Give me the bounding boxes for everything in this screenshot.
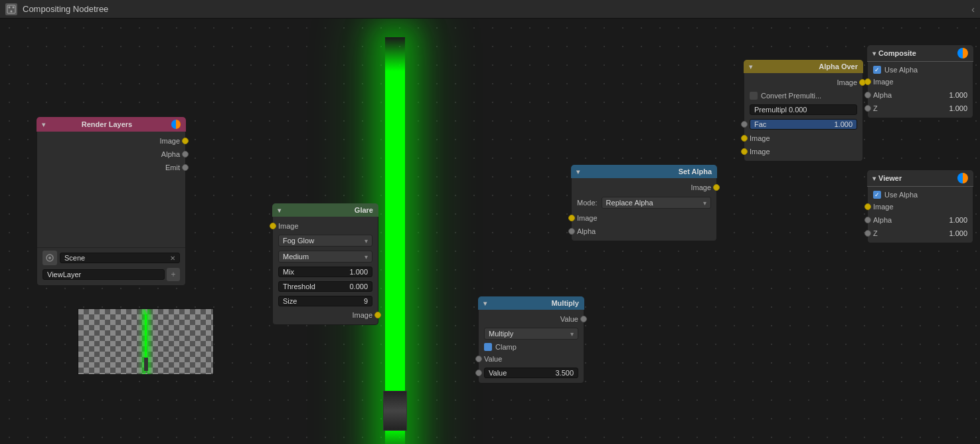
emit-label: Emit	[165, 164, 180, 171]
composite-use-alpha-row: ✓ Use Alpha	[868, 64, 973, 75]
app-icon	[5, 3, 17, 15]
scene-icon	[42, 251, 57, 265]
composite-body: ✓ Use Alpha Image Alpha 1.000 Z 1.000	[867, 62, 973, 118]
viewlayer-field[interactable]: ViewLayer	[42, 269, 165, 280]
glare-type-value: Fog Glow	[283, 237, 314, 245]
render-layers-alpha-output: Alpha	[37, 148, 185, 161]
composite-alpha-lbl: Alpha	[873, 91, 892, 99]
alpha-over-header[interactable]: ▾ Alpha Over	[744, 60, 863, 73]
image-socket-out[interactable]	[182, 138, 189, 144]
render-preview	[78, 308, 214, 375]
viewer-z-socket[interactable]	[864, 230, 871, 237]
multiply-val2-field[interactable]: Value 3.500	[484, 368, 578, 378]
clamp-checkbox[interactable]	[484, 343, 492, 351]
glare-mix-value: 1.000	[349, 268, 368, 276]
set-alpha-image-input: Image	[572, 211, 716, 225]
multiply-header[interactable]: ▾ Multiply	[478, 296, 584, 310]
composite-image-label: Image	[873, 78, 894, 86]
multiply-val2-row: Value 3.500	[479, 366, 584, 380]
mul-val2-socket[interactable]	[475, 370, 482, 376]
viewer-z-lbl: Z	[873, 229, 878, 237]
glare-body: Image Fog Glow ▾ Medium ▾ Mix 1.000	[272, 217, 378, 325]
glare-size-field[interactable]: Size 9	[278, 296, 372, 306]
glare-mix-field[interactable]: Mix 1.000	[278, 267, 372, 277]
set-alpha-header[interactable]: ▾ Set Alpha	[571, 165, 717, 178]
alpha-over-title: Alpha Over	[819, 62, 858, 70]
set-alpha-alpha-socket-in[interactable]	[568, 228, 575, 235]
glare-image-output: Image	[273, 308, 378, 322]
multiply-clamp-row: Clamp	[479, 342, 584, 352]
multiply-collapse: ▾	[483, 300, 487, 307]
glare-type-row: Fog Glow ▾	[273, 233, 378, 249]
composite-use-alpha-label: Use Alpha	[884, 66, 918, 74]
alpha-socket-out[interactable]	[182, 151, 189, 158]
glare-threshold-value: 0.000	[349, 282, 368, 290]
set-alpha-mode-select[interactable]: Replace Alpha ▾	[602, 197, 711, 209]
scene-value: Scene	[64, 254, 85, 262]
multiply-value-output: Value	[479, 312, 584, 326]
collapse-icon[interactable]: ‹	[971, 4, 975, 15]
glare-image-socket-out[interactable]	[374, 312, 381, 318]
composite-icon	[957, 48, 968, 58]
multiply-socket-out[interactable]	[580, 316, 587, 322]
ao-image2-label: Image	[750, 148, 770, 156]
set-alpha-mode-row: Mode: Replace Alpha ▾	[572, 194, 716, 211]
set-alpha-image-output: Image	[572, 181, 716, 194]
viewer-header[interactable]: ▾ Viewer	[867, 170, 973, 187]
composite-z-socket[interactable]	[864, 105, 871, 112]
viewer-image-socket[interactable]	[864, 203, 871, 210]
ao-fac-socket[interactable]	[741, 121, 748, 128]
set-alpha-image-socket-out[interactable]	[713, 184, 720, 191]
glare-threshold-field[interactable]: Threshold 0.000	[278, 281, 372, 292]
glare-quality-chevron: ▾	[365, 253, 368, 261]
set-alpha-image-socket-in[interactable]	[568, 215, 575, 221]
sa-image-label: Image	[577, 214, 598, 222]
viewer-node: ▾ Viewer ✓ Use Alpha Image Alpha 1.000	[867, 170, 973, 243]
ao-fac-row: Fac 1.000	[744, 117, 862, 132]
premultiply-label: Premultipl 0.000	[754, 106, 807, 114]
glare-quality-select[interactable]: Medium ▾	[278, 251, 372, 263]
viewer-body: ✓ Use Alpha Image Alpha 1.000 Z 1.000	[867, 187, 973, 243]
glare-out-label: Image	[352, 311, 372, 319]
alpha-over-node: ▾ Alpha Over Image Convert Premulti... P…	[744, 60, 863, 162]
convert-label: Convert Premulti...	[761, 92, 821, 100]
multiply-title: Multiply	[551, 299, 579, 307]
ao-premultiply-field[interactable]: Premultipl 0.000	[750, 104, 857, 115]
viewer-alpha-socket[interactable]	[864, 217, 871, 223]
node-canvas: ▾ Render Layers Image Alpha Emit	[0, 19, 980, 444]
emit-socket-out[interactable]	[182, 164, 189, 171]
ao-image1-socket[interactable]	[741, 135, 748, 142]
preview-handle	[144, 358, 148, 371]
glare-header[interactable]: ▾ Glare	[272, 203, 378, 217]
ao-image2-socket[interactable]	[741, 148, 748, 155]
composite-alpha-val: 1.000	[949, 91, 967, 99]
viewlayer-value: ViewLayer	[47, 271, 81, 278]
mul-val1-socket[interactable]	[475, 356, 482, 362]
viewer-z-input: Z 1.000	[868, 227, 973, 240]
multiply-type-select[interactable]: Multiply ▾	[484, 328, 578, 340]
composite-node: ▾ Composite ✓ Use Alpha Image Alpha 1.00…	[867, 45, 973, 118]
ao-fac-field[interactable]: Fac 1.000	[750, 119, 857, 130]
composite-header[interactable]: ▾ Composite	[867, 45, 973, 62]
composite-use-alpha-checkbox[interactable]: ✓	[873, 66, 881, 74]
scene-field[interactable]: Scene ✕	[60, 253, 180, 263]
composite-image-socket[interactable]	[864, 78, 871, 85]
render-layers-icon	[171, 120, 181, 129]
glare-image-socket-in[interactable]	[270, 223, 276, 229]
lightsaber-glow	[385, 37, 405, 444]
glare-type-select[interactable]: Fog Glow ▾	[278, 235, 372, 247]
multiply-type-row: Multiply ▾	[479, 326, 584, 342]
scene-clear[interactable]: ✕	[170, 255, 175, 262]
image-label: Image	[159, 137, 180, 145]
glare-mix-label: Mix	[283, 268, 294, 276]
viewer-image-label: Image	[873, 203, 894, 211]
viewlayer-add[interactable]: +	[167, 268, 180, 281]
alpha-label: Alpha	[161, 150, 180, 158]
convert-checkbox[interactable]	[750, 92, 758, 100]
render-layers-header[interactable]: ▾ Render Layers	[37, 117, 186, 132]
viewer-use-alpha-checkbox[interactable]: ✓	[873, 191, 881, 199]
fac-label: Fac	[754, 120, 766, 128]
multiply-out-label: Value	[560, 315, 578, 323]
composite-alpha-socket[interactable]	[864, 92, 871, 98]
svg-point-5	[48, 257, 51, 259]
